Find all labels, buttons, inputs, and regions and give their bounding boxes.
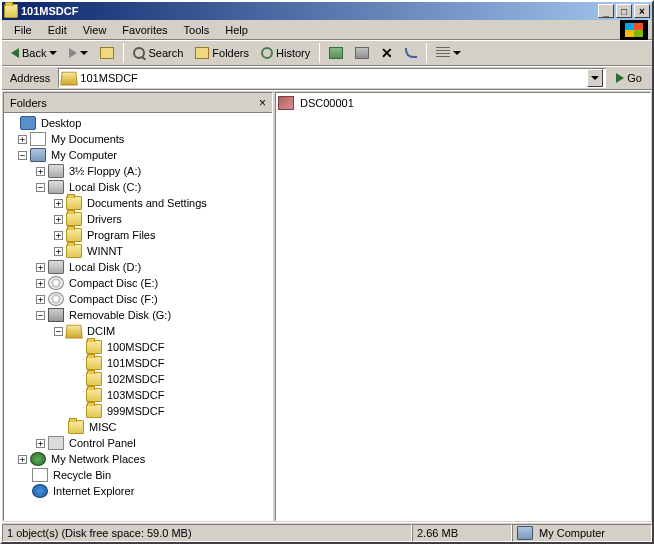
tree-docsettings[interactable]: +Documents and Settings (4, 195, 272, 211)
collapse-button[interactable]: − (54, 327, 63, 336)
map-drive-button[interactable] (324, 42, 348, 64)
tree-recyclebin[interactable]: Recycle Bin (4, 467, 272, 483)
tree-dcim[interactable]: −DCIM (4, 323, 272, 339)
tree-999msdcf[interactable]: 999MSDCF (4, 403, 272, 419)
undo-button[interactable] (400, 42, 422, 64)
statusbar: 1 object(s) (Disk free space: 59.0 MB) 2… (2, 522, 652, 542)
cd-icon (48, 292, 64, 306)
collapse-button[interactable]: − (18, 151, 27, 160)
forward-button[interactable] (64, 42, 93, 64)
content-panel[interactable]: DSC00001 (275, 92, 651, 521)
history-button[interactable]: History (256, 42, 315, 64)
tree-ddrive[interactable]: +Local Disk (D:) (4, 259, 272, 275)
tree-cde[interactable]: +Compact Disc (E:) (4, 275, 272, 291)
views-icon (436, 47, 450, 59)
tree-cdrive[interactable]: −Local Disk (C:) (4, 179, 272, 195)
folder-tree[interactable]: Desktop +My Documents −My Computer +3½ F… (4, 113, 272, 520)
tree-cdf[interactable]: +Compact Disc (F:) (4, 291, 272, 307)
file-item[interactable]: DSC00001 (278, 95, 648, 111)
tree-103msdcf[interactable]: 103MSDCF (4, 387, 272, 403)
tree-misc[interactable]: MISC (4, 419, 272, 435)
ie-icon (32, 484, 48, 498)
titlebar[interactable]: 101MSDCF _ □ × (2, 2, 652, 20)
control-panel-icon (48, 436, 64, 450)
tree-programfiles[interactable]: +Program Files (4, 227, 272, 243)
tree-floppy[interactable]: +3½ Floppy (A:) (4, 163, 272, 179)
window-title: 101MSDCF (21, 5, 78, 17)
tree-networkplaces[interactable]: +My Network Places (4, 451, 272, 467)
expand-button[interactable]: + (18, 455, 27, 464)
delete-icon: ✕ (381, 45, 393, 61)
address-bar: Address 101MSDCF Go (2, 66, 652, 90)
views-dropdown-icon (453, 51, 461, 55)
expand-button[interactable]: + (36, 439, 45, 448)
window-icon (4, 4, 18, 18)
maximize-button[interactable]: □ (616, 4, 632, 18)
close-button[interactable]: × (634, 4, 650, 18)
folders-title: Folders (10, 97, 259, 109)
expand-button[interactable]: + (36, 263, 45, 272)
body-area: Folders × Desktop +My Documents −My Comp… (2, 90, 652, 522)
folders-close-button[interactable]: × (259, 96, 266, 110)
address-input[interactable]: 101MSDCF (58, 68, 606, 88)
views-button[interactable] (431, 42, 466, 64)
throbber-icon (620, 20, 648, 40)
menu-favorites[interactable]: Favorites (114, 22, 175, 38)
folders-button[interactable]: Folders (190, 42, 254, 64)
back-button[interactable]: Back (6, 42, 62, 64)
go-button[interactable]: Go (610, 68, 648, 88)
tree-drivers[interactable]: +Drivers (4, 211, 272, 227)
toolbar-separator (426, 43, 427, 63)
collapse-button[interactable]: − (36, 311, 45, 320)
toolbar-separator (123, 43, 124, 63)
folders-panel: Folders × Desktop +My Documents −My Comp… (3, 92, 273, 521)
menu-view[interactable]: View (75, 22, 115, 38)
network-icon (30, 452, 46, 466)
tree-mycomputer[interactable]: −My Computer (4, 147, 272, 163)
menubar: File Edit View Favorites Tools Help (2, 20, 652, 40)
expand-button[interactable]: + (54, 215, 63, 224)
address-dropdown[interactable] (587, 69, 603, 87)
menu-file[interactable]: File (6, 22, 40, 38)
tree-controlpanel[interactable]: +Control Panel (4, 435, 272, 451)
back-icon (11, 48, 19, 58)
collapse-button[interactable]: − (36, 183, 45, 192)
tree-removable[interactable]: −Removable Disk (G:) (4, 307, 272, 323)
folder-icon (86, 404, 102, 418)
folder-open-icon (65, 325, 83, 339)
folder-icon (86, 340, 102, 354)
tree-mydocuments[interactable]: +My Documents (4, 131, 272, 147)
folders-icon (195, 47, 209, 59)
tree-winnt[interactable]: +WINNT (4, 243, 272, 259)
undo-icon (405, 48, 417, 58)
delete-button[interactable]: ✕ (376, 42, 398, 64)
expand-button[interactable]: + (36, 167, 45, 176)
menu-tools[interactable]: Tools (176, 22, 218, 38)
cd-icon (48, 276, 64, 290)
folder-icon (66, 228, 82, 242)
tree-100msdcf[interactable]: 100MSDCF (4, 339, 272, 355)
tree-102msdcf[interactable]: 102MSDCF (4, 371, 272, 387)
disconnect-button[interactable] (350, 42, 374, 64)
up-button[interactable] (95, 42, 119, 64)
tree-desktop[interactable]: Desktop (4, 115, 272, 131)
menu-edit[interactable]: Edit (40, 22, 75, 38)
tree-ie[interactable]: Internet Explorer (4, 483, 272, 499)
address-folder-icon (61, 72, 79, 86)
tree-101msdcf[interactable]: 101MSDCF (4, 355, 272, 371)
expand-button[interactable]: + (54, 199, 63, 208)
status-size: 2.66 MB (412, 524, 512, 542)
toolbar: Back Search Folders History ✕ (2, 40, 652, 66)
expand-button[interactable]: + (36, 295, 45, 304)
expand-button[interactable]: + (54, 231, 63, 240)
expand-button[interactable]: + (36, 279, 45, 288)
status-location: My Computer (512, 524, 652, 542)
minimize-button[interactable]: _ (598, 4, 614, 18)
menu-help[interactable]: Help (217, 22, 256, 38)
search-button[interactable]: Search (128, 42, 188, 64)
explorer-window: 101MSDCF _ □ × File Edit View Favorites … (0, 0, 654, 544)
expand-button[interactable]: + (54, 247, 63, 256)
forward-icon (69, 48, 77, 58)
folder-icon (66, 196, 82, 210)
expand-button[interactable]: + (18, 135, 27, 144)
